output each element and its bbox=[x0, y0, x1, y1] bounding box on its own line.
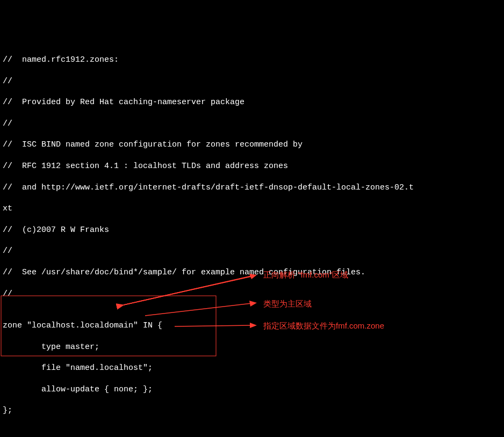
code-line: // See /usr/share/doc/bind*/sample/ for … bbox=[3, 267, 501, 278]
code-line: // RFC 1912 section 4.1 : localhost TLDs… bbox=[3, 161, 501, 172]
code-line: type master; bbox=[3, 342, 501, 353]
code-line: allow-update { none; }; bbox=[3, 384, 501, 395]
code-line: // ISC BIND named zone configuration for… bbox=[3, 140, 501, 150]
code-line: // Provided by Red Hat caching-nameserve… bbox=[3, 97, 501, 108]
annotation-label-2: 类型为主区域 bbox=[263, 298, 312, 309]
code-line: // named.rfc1912.zones: bbox=[3, 55, 501, 65]
code-line: // bbox=[3, 246, 501, 257]
annotation-label-3: 指定区域数据文件为fmf.com.zone bbox=[263, 321, 384, 331]
code-line: // and http://www.ietf.org/internet-draf… bbox=[3, 183, 501, 193]
code-line: xt bbox=[3, 203, 501, 214]
code-line: file "named.localhost"; bbox=[3, 363, 501, 374]
code-line: // bbox=[3, 289, 501, 300]
code-line: zone "localhost.localdomain" IN { bbox=[3, 321, 501, 331]
code-line: }; bbox=[3, 405, 501, 416]
code-line: // bbox=[3, 119, 501, 129]
code-line: // (c)2007 R W Franks bbox=[3, 225, 501, 236]
code-line: // bbox=[3, 76, 501, 87]
annotation-label-1: 正向解析 "fmf.com"区域 bbox=[263, 270, 348, 280]
terminal-content[interactable]: // named.rfc1912.zones: // // Provided b… bbox=[3, 44, 501, 437]
